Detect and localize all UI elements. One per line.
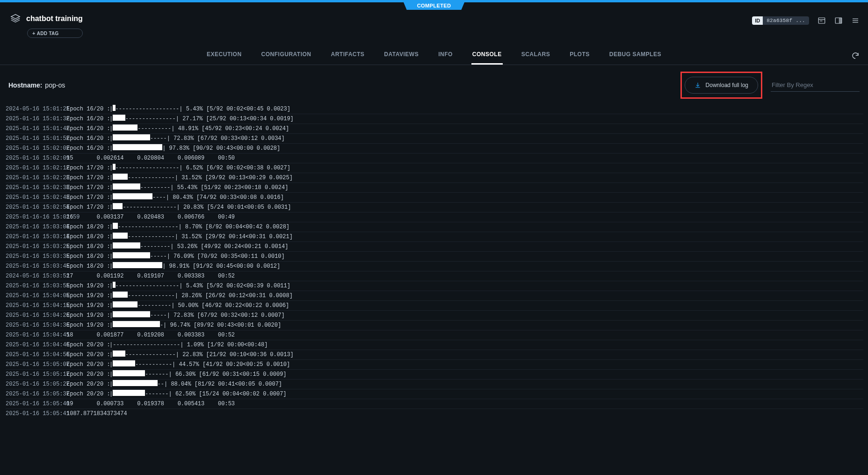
experiment-id-chip[interactable]: ID 82a6358f ... (752, 16, 809, 25)
log-progress-stats: 72.83% [67/92 00:33<00:12 0.0034] (170, 134, 285, 143)
log-epoch-label: Epoch 19/20 : (66, 321, 109, 330)
log-epoch-label: Epoch 17/20 : (66, 183, 109, 192)
bar-pipe: | (109, 360, 113, 369)
console-log-pane[interactable]: 2024-05-16 15:01:21Epoch 16/20 : | -----… (0, 103, 868, 475)
refresh-icon[interactable] (851, 51, 860, 60)
bar-pipe: | (109, 144, 113, 153)
tab-execution[interactable]: EXECUTION (206, 46, 243, 65)
log-epoch-label: Epoch 18/20 : (66, 262, 109, 271)
progress-bar-remaining: -- (158, 380, 164, 389)
bar-pipe: | (172, 360, 175, 369)
tab-plots[interactable]: PLOTS (569, 46, 591, 65)
log-timestamp: 2025-01-16 15:02:43 (6, 193, 66, 202)
progress-bar-fill (113, 233, 128, 239)
progress-bar-remaining: ------------------- (116, 164, 180, 173)
bar-pipe: | (109, 292, 113, 300)
progress-bar-fill (113, 360, 135, 366)
details-panel-icon[interactable] (817, 16, 826, 25)
log-timestamp: 2025-01-16 15:04:56 (6, 351, 66, 359)
bar-pipe: | (170, 183, 174, 192)
progress-bar-remaining: ------- (145, 390, 168, 399)
progress-bar-fill (113, 193, 152, 199)
log-line: 2025-01-16 15:05:4019 0.000733 0.019378 … (6, 399, 863, 409)
progress-bar-fill (113, 124, 137, 131)
log-epoch-label: Epoch 20/20 : (66, 370, 109, 379)
progress-bar-remaining: --------------- (125, 351, 176, 359)
log-progress-stats: 98.91% [91/92 00:45<00:00 0.0012] (166, 262, 280, 271)
progress-bar-remaining: -------------- (128, 233, 175, 241)
maximize-icon[interactable] (834, 16, 843, 25)
log-epoch-label: Epoch 16/20 : (66, 144, 109, 153)
log-epoch-label: Epoch 16/20 : (66, 134, 109, 143)
progress-bar-fill (113, 292, 128, 298)
download-full-log-button[interactable]: Download full log (685, 77, 758, 94)
bar-pipe: | (109, 174, 113, 183)
filter-regex-input[interactable] (771, 79, 860, 92)
tab-debug-samples[interactable]: DEBUG SAMPLES (608, 46, 662, 65)
log-progress-stats: 31.52% [29/92 00:14<00:31 0.0021] (178, 233, 293, 241)
tab-scalars[interactable]: SCALARS (521, 46, 551, 65)
log-progress-stats: 96.74% [89/92 00:43<00:01 0.0020] (166, 321, 281, 330)
id-chip-value: 82a6358f ... (763, 16, 809, 25)
progress-bar-remaining: --------- (140, 242, 171, 251)
download-button-label: Download full log (706, 82, 748, 88)
log-message: 19 0.000733 0.019378 0.005413 00:53 (66, 400, 235, 409)
bar-pipe: | (175, 174, 178, 183)
progress-bar-fill (113, 351, 125, 357)
progress-bar-remaining: ----- (150, 252, 167, 261)
log-line: 2025-01-16 15:02:23Epoch 17/20 : | -----… (6, 173, 863, 183)
log-line: 2025-01-16 15:05:07Epoch 20/20 : | -----… (6, 359, 863, 369)
log-line: 2025-01-16 15:04:26Epoch 19/20 : | -----… (6, 310, 863, 320)
progress-bar-fill (113, 370, 145, 376)
log-line: 2024-05-16 15:01:21Epoch 16/20 : | -----… (6, 104, 863, 114)
add-tag-button[interactable]: + ADD TAG (27, 29, 83, 38)
log-line: 2025-01-16 15:03:25Epoch 18/20 : | -----… (6, 241, 863, 251)
progress-bar-remaining: ------------------- (116, 282, 180, 291)
log-progress-stats: 62.50% [15/24 00:04<00:02 0.0007] (172, 390, 287, 399)
log-line: 2025-01-16 15:01:52Epoch 16/20 : | -----… (6, 133, 863, 143)
log-timestamp: 2025-01-16 15:04:05 (6, 292, 66, 300)
log-line: 2025-01-16 15:03:14Epoch 18/20 : | -----… (6, 232, 863, 241)
log-progress-stats: 5.43% [5/92 00:02<00:39 0.0011] (183, 282, 290, 291)
tab-configuration[interactable]: CONFIGURATION (260, 46, 312, 65)
tab-dataviews[interactable]: DATAVIEWS (383, 46, 420, 65)
bar-pipe: | (169, 370, 172, 379)
log-line: 2025-01-16 15:01:32Epoch 16/20 : | -----… (6, 114, 863, 124)
bar-pipe: | (176, 115, 179, 124)
log-line: 2025-01-16 15:05:17Epoch 20/20 : | -----… (6, 369, 863, 379)
status-badge: COMPLETED (403, 1, 465, 10)
bar-pipe: | (178, 223, 181, 232)
log-timestamp: 2025-01-16 15:02:23 (6, 174, 66, 183)
log-timestamp: 2025-01-16 15:04:46 (6, 341, 66, 350)
log-timestamp: 2025-01-16 15:05:17 (6, 370, 66, 379)
log-line: 2025-01-16 15:03:55Epoch 19/20 : | -----… (6, 281, 863, 291)
log-progress-stats: 66.30% [61/92 00:31<00:15 0.0009] (172, 370, 287, 379)
log-line: 2025-01-16-16 15:02:5916 0.003137 0.0204… (6, 212, 863, 222)
log-message: 16 0.003137 0.020483 0.006766 00:49 (66, 213, 235, 222)
tab-artifacts[interactable]: ARTIFACTS (330, 46, 366, 65)
bar-pipe: | (177, 203, 180, 212)
tab-console[interactable]: CONSOLE (471, 46, 503, 65)
log-line: 2025-01-16 15:02:0915 0.002614 0.020804 … (6, 153, 863, 163)
log-line: 2025-01-16 15:04:56Epoch 20/20 : | -----… (6, 350, 863, 359)
progress-bar-remaining: ----------- (135, 360, 172, 369)
bar-pipe: | (109, 351, 113, 359)
log-progress-stats: 48.91% [45/92 00:23<00:24 0.0024] (174, 124, 289, 133)
log-epoch-label: Epoch 20/20 : (66, 351, 109, 359)
menu-icon[interactable] (851, 16, 860, 25)
bar-pipe: | (180, 341, 183, 350)
svg-rect-4 (839, 18, 842, 23)
progress-bar-remaining: ---- (152, 193, 166, 202)
log-timestamp: 2025-01-16 15:03:04 (6, 223, 66, 232)
log-timestamp: 2025-01-16 15:03:55 (6, 282, 66, 291)
log-timestamp: 2024-05-16 15:03:52 (6, 272, 66, 281)
log-line: 2025-01-16 15:04:46Epoch 20/20 : |------… (6, 340, 863, 350)
log-progress-stats: 27.17% [25/92 00:13<00:34 0.0019] (179, 115, 294, 124)
log-timestamp: 2025-01-16 15:04:36 (6, 321, 66, 330)
log-timestamp: 2024-05-16 15:01:21 (6, 105, 66, 114)
progress-bar-remaining: ---------- (137, 301, 171, 310)
tab-info[interactable]: INFO (437, 46, 454, 65)
log-timestamp: 2025-01-16 15:05:37 (6, 390, 66, 399)
log-progress-stats: 72.83% [67/92 00:32<00:12 0.0007] (170, 311, 285, 320)
bar-pipe: | (109, 282, 113, 291)
